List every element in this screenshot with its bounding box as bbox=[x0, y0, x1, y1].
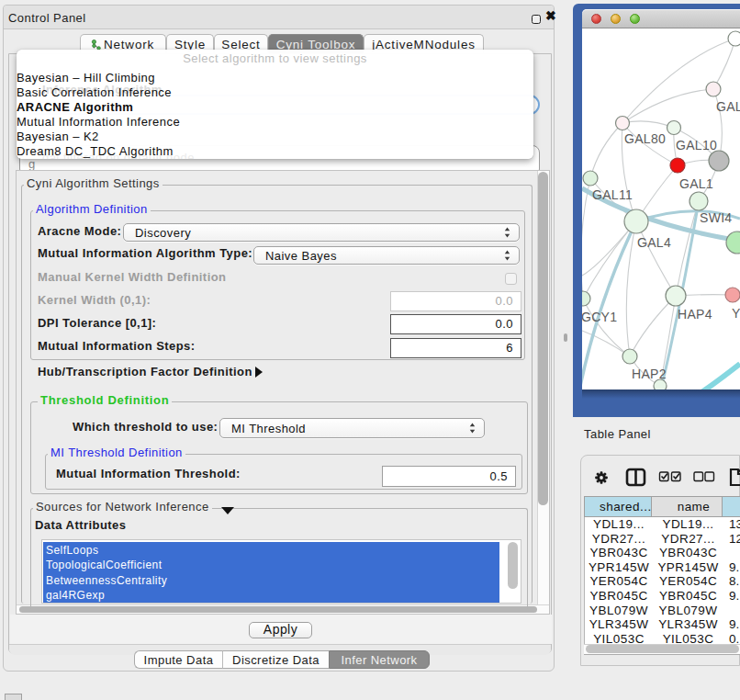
svg-text:GCY1: GCY1 bbox=[582, 310, 617, 324]
svg-text:HAP4: HAP4 bbox=[678, 307, 712, 322]
svg-text:GAL1: GAL1 bbox=[679, 176, 713, 191]
svg-text:SWI4: SWI4 bbox=[700, 210, 732, 225]
svg-text:Y: Y bbox=[732, 306, 740, 321]
svg-text:GAL11: GAL11 bbox=[592, 187, 633, 202]
svg-text:GAL10: GAL10 bbox=[676, 138, 717, 152]
svg-text:HAP2: HAP2 bbox=[632, 367, 667, 381]
svg-text:GAL80: GAL80 bbox=[624, 131, 666, 146]
svg-text:GAL4: GAL4 bbox=[637, 235, 671, 250]
svg-text:GAL2: GAL2 bbox=[716, 99, 740, 114]
